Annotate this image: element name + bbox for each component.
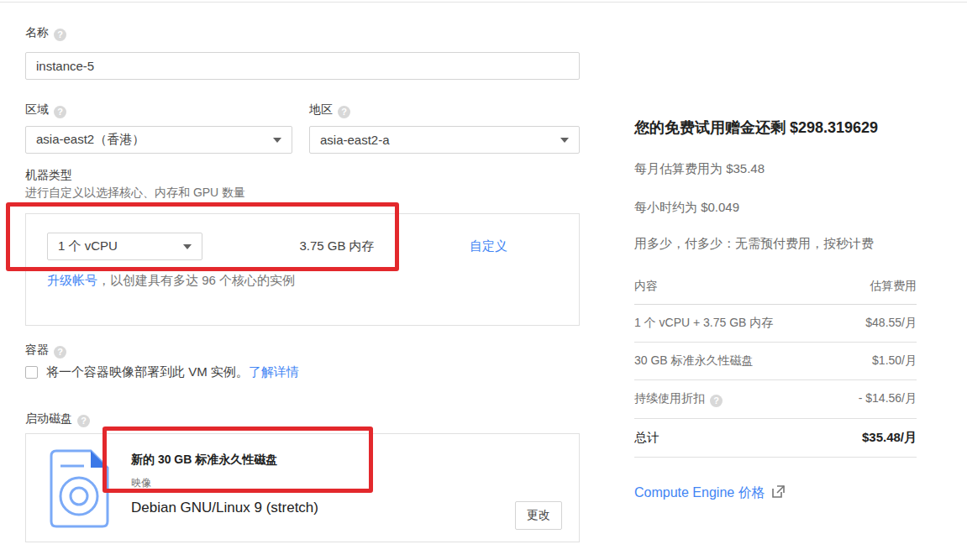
change-disk-button[interactable]: 更改 [515,501,562,530]
machine-type-subtitle: 进行自定义以选择核心、内存和 GPU 数量 [25,186,245,201]
boot-disk-section: 新的 30 GB 标准永久性磁盘 映像 Debian GNU/Linux 9 (… [25,433,580,542]
chevron-down-icon [560,138,569,143]
cost-table-header: 内容 估算费用 [634,270,917,305]
cpu-select-value: 1 个 vCPU [58,238,118,254]
region-select[interactable]: asia-east2（香港） [25,126,292,154]
upgrade-rest-text: ，以创建具有多达 96 个核心的实例 [97,273,295,287]
row-cost: $1.50/月 [826,353,917,369]
discount-label: 持续使用折扣 [634,391,705,405]
container-checkbox-text: 将一个容器映像部署到此 VM 实例。 [46,364,249,380]
help-icon[interactable]: ? [54,106,66,118]
container-label-row: 容器? [25,343,66,359]
zone-label-row: 地区? [309,102,350,118]
customize-link[interactable]: 自定义 [470,238,507,254]
chevron-down-icon [183,244,192,249]
name-input[interactable] [25,52,580,80]
row-item: 持续使用折扣? [634,391,826,407]
machine-type-section: 1 个 vCPU 3.75 GB 内存 自定义 升级帐号，以创建具有多达 96 … [25,213,580,326]
help-icon[interactable]: ? [710,395,723,407]
region-select-value: asia-east2（香港） [36,132,145,148]
cost-table: 内容 估算费用 1 个 vCPU + 3.75 GB 内存 $48.55/月 3… [634,270,917,458]
total-value: $35.48/月 [826,430,917,446]
row-cost: $48.55/月 [826,316,917,331]
deploy-container-checkbox[interactable] [25,366,38,379]
name-label-row: 名称? [25,25,66,41]
chevron-down-icon [273,138,281,143]
pricing-link-row: Compute Engine 价格 [634,484,917,502]
disk-image-value: Debian GNU/Linux 9 (stretch) [131,500,318,516]
name-label: 名称 [25,25,49,39]
help-icon[interactable]: ? [54,346,66,359]
zone-select-value: asia-east2-a [320,133,390,147]
container-row: 将一个容器映像部署到此 VM 实例。 了解详情 [25,364,299,380]
table-row: 1 个 vCPU + 3.75 GB 内存 $48.55/月 [634,305,917,343]
total-row: 总计 $35.48/月 [634,419,917,458]
disk-title: 新的 30 GB 标准永久性磁盘 [131,453,277,468]
disk-image-label: 映像 [131,476,151,490]
help-icon[interactable]: ? [338,106,350,118]
memory-text: 3.75 GB 内存 [261,238,413,254]
learn-more-link[interactable]: 了解详情 [249,364,299,380]
external-link-icon [772,485,785,501]
table-row: 持续使用折扣? - $14.56/月 [634,380,917,419]
table-row: 30 GB 标准永久性磁盘 $1.50/月 [634,343,917,380]
region-label: 区域 [25,102,49,116]
top-divider [0,2,967,3]
header-item: 内容 [634,279,826,294]
row-item: 30 GB 标准永久性磁盘 [634,353,826,369]
boot-disk-label: 启动磁盘 [25,411,72,425]
free-trial-title: 您的免费试用赠金还剩 $298.319629 [634,118,917,138]
machine-type-label: 机器类型 [25,168,72,183]
upgrade-account-link[interactable]: 升级帐号 [47,273,97,287]
row-cost: - $14.56/月 [826,391,917,407]
zone-label: 地区 [309,102,333,116]
monthly-estimate: 每月估算费用为 $35.48 [634,161,917,177]
hourly-estimate: 每小时约为 $0.049 [634,200,917,216]
row-item: 1 个 vCPU + 3.75 GB 内存 [634,316,826,331]
region-label-row: 区域? [25,102,66,118]
pay-note: 用多少，付多少：无需预付费用，按秒计费 [634,236,917,252]
cpu-select[interactable]: 1 个 vCPU [47,233,202,260]
header-cost: 估算费用 [826,279,917,294]
boot-disk-label-row: 启动磁盘? [25,411,90,427]
disk-icon [47,447,111,533]
help-icon[interactable]: ? [77,415,90,427]
total-label: 总计 [634,430,826,446]
help-icon[interactable]: ? [54,29,66,41]
compute-engine-pricing-link[interactable]: Compute Engine 价格 [634,484,765,502]
billing-panel: 您的免费试用赠金还剩 $298.319629 每月估算费用为 $35.48 每小… [634,118,917,502]
upgrade-row: 升级帐号，以创建具有多达 96 个核心的实例 [47,273,295,289]
container-label: 容器 [25,343,49,356]
zone-select[interactable]: asia-east2-a [309,126,580,154]
